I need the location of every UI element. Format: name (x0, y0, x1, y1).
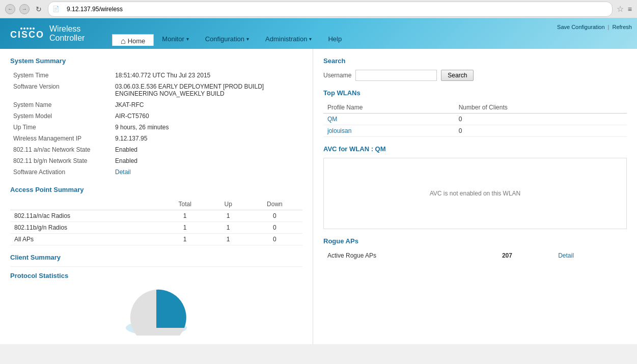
ap-cell-up: 1 (210, 234, 247, 245)
table-row: Up Time9 hours, 26 minutes (10, 122, 302, 133)
menu-icon[interactable]: ≡ (628, 5, 632, 13)
search-input[interactable] (355, 70, 437, 81)
search-title: Search (323, 57, 627, 65)
row-value: Detail (112, 166, 302, 178)
wlan-clients-cell: 0 (455, 114, 627, 125)
ap-summary-table: Total Up Down 802.11a/n/ac Radios110802.… (10, 199, 302, 245)
search-row: Username Search (323, 70, 627, 81)
ap-cell-down: 0 (247, 210, 302, 222)
client-chart (123, 285, 189, 335)
bookmark-icon[interactable]: ☆ (617, 4, 624, 14)
table-row: Software Version03.06.03.E.536 EARLY DEP… (10, 81, 302, 99)
row-value: 9 hours, 26 minutes (112, 122, 302, 133)
reload-button[interactable]: ↻ (34, 4, 44, 14)
app-title: Wireless Controller (49, 24, 102, 43)
row-label: Up Time (10, 122, 112, 133)
avc-message: AVC is not enabled on this WLAN (430, 190, 521, 197)
ap-cell-total: 1 (160, 210, 210, 222)
row-label: Wireless Management IP (10, 133, 112, 144)
home-icon: ⌂ (121, 37, 126, 46)
nav-home-label: Home (128, 37, 146, 45)
ap-summary-title: Access Point Summary (10, 186, 302, 193)
ap-cell-label: All APs (10, 234, 160, 245)
ap-col-up: Up (210, 199, 247, 210)
rogue-aps-title: Rogue APs (323, 237, 627, 245)
rogue-value: 207 (498, 250, 554, 261)
row-value: Enabled (112, 155, 302, 166)
nav-bar: ⌂ Home Monitor ▾ Configuration ▾ Adminis… (112, 32, 637, 46)
back-button[interactable]: ← (5, 4, 15, 14)
avc-title: AVC for WLAN : QM (323, 145, 627, 153)
ap-cell-label: 802.11b/g/n Radios (10, 222, 160, 234)
nav-administration[interactable]: Administration ▾ (257, 32, 320, 46)
ap-cell-up: 1 (210, 210, 247, 222)
row-value: 9.12.137.95 (112, 133, 302, 144)
row-label: System Name (10, 99, 112, 110)
save-config-link[interactable]: Save Configuration (557, 24, 605, 30)
wlan-clients-cell: 0 (455, 125, 627, 137)
table-row: Active Rogue APs207Detail (323, 250, 627, 261)
ap-cell-down: 0 (247, 222, 302, 234)
row-label: System Time (10, 70, 112, 81)
nav-monitor[interactable]: Monitor ▾ (154, 32, 197, 46)
top-wlans-title: Top WLANs (323, 89, 627, 97)
nav-help-label: Help (328, 35, 342, 43)
rogue-label: Active Rogue APs (323, 250, 498, 261)
table-row: All APs110 (10, 234, 302, 245)
wlan-table: Profile Name Number of Clients QM0joloui… (323, 102, 627, 137)
ap-col-down: Down (247, 199, 302, 210)
cisco-text: CISCO (10, 30, 44, 40)
rogue-detail-link[interactable]: Detail (558, 252, 574, 259)
row-label: System Model (10, 110, 112, 122)
wlan-col-clients: Number of Clients (455, 102, 627, 114)
client-summary-title: Client Summary (10, 254, 302, 261)
table-row: Software ActivationDetail (10, 166, 302, 178)
wlan-profile-link[interactable]: QM (327, 116, 337, 123)
wlan-profile-cell: QM (323, 114, 455, 125)
search-section: Search Username Search (323, 57, 627, 81)
monitor-dropdown-icon: ▾ (186, 36, 189, 42)
forward-button[interactable]: → (19, 4, 30, 14)
wlan-profile-cell: jolouisan (323, 125, 455, 137)
ap-col-name (10, 199, 160, 210)
row-value: JKAT-RFC (112, 99, 302, 110)
nav-administration-label: Administration (265, 35, 307, 43)
url-bar[interactable] (63, 3, 608, 15)
configuration-dropdown-icon: ▾ (246, 36, 249, 42)
table-row: 802.11 a/n/ac Network StateEnabled (10, 144, 302, 155)
system-summary-table: System Time18:51:40.772 UTC Thu Jul 23 2… (10, 70, 302, 178)
ap-cell-label: 802.11a/n/ac Radios (10, 210, 160, 222)
ap-cell-total: 1 (160, 234, 210, 245)
row-label: Software Version (10, 81, 112, 99)
cisco-logo: CISCO (10, 27, 44, 40)
app-container: CISCO Wireless Controller Save Configura… (0, 18, 637, 344)
ap-cell-up: 1 (210, 222, 247, 234)
table-row: 802.11a/n/ac Radios110 (10, 210, 302, 222)
search-button[interactable]: Search (441, 70, 474, 81)
browser-chrome: ← → ↻ 📄 ☆ ≡ (0, 0, 637, 18)
table-row: System Time18:51:40.772 UTC Thu Jul 23 2… (10, 70, 302, 81)
main-layout: System Summary System Time18:51:40.772 U… (0, 49, 637, 344)
nav-help[interactable]: Help (320, 32, 350, 46)
nav-monitor-label: Monitor (162, 35, 184, 43)
detail-link[interactable]: Detail (115, 169, 131, 176)
row-value: Enabled (112, 144, 302, 155)
table-row: jolouisan0 (323, 125, 627, 137)
table-row: System ModelAIR-CT5760 (10, 110, 302, 122)
table-row: System NameJKAT-RFC (10, 99, 302, 110)
nav-configuration[interactable]: Configuration ▾ (197, 32, 257, 46)
ap-cell-down: 0 (247, 234, 302, 245)
table-row: QM0 (323, 114, 627, 125)
table-row: 802.11 b/g/n Network StateEnabled (10, 155, 302, 166)
ap-col-total: Total (160, 199, 210, 210)
row-label: 802.11 a/n/ac Network State (10, 144, 112, 155)
refresh-link[interactable]: Refresh (612, 24, 632, 30)
username-label: Username (323, 72, 351, 79)
nav-home[interactable]: ⌂ Home (112, 34, 154, 46)
table-row: 802.11b/g/n Radios110 (10, 222, 302, 234)
avc-section: AVC is not enabled on this WLAN (323, 158, 627, 229)
wlan-profile-link[interactable]: jolouisan (327, 127, 351, 134)
rogue-table: Active Rogue APs207Detail (323, 250, 627, 261)
separator: | (608, 24, 610, 30)
system-summary-title: System Summary (10, 57, 302, 65)
